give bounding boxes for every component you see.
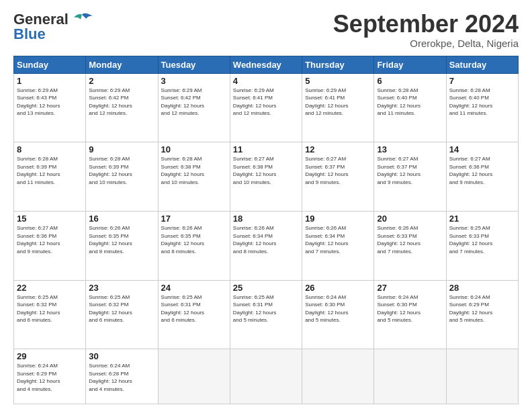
day-number: 7	[449, 76, 515, 86]
location: Orerokpe, Delta, Nigeria	[333, 38, 519, 49]
calendar-cell: 22Sunrise: 6:25 AMSunset: 6:32 PMDayligh…	[14, 280, 86, 349]
calendar-header-row: SundayMondayTuesdayWednesdayThursdayFrid…	[14, 56, 519, 73]
col-header-saturday: Saturday	[446, 56, 518, 73]
calendar-cell: 14Sunrise: 6:27 AMSunset: 6:36 PMDayligh…	[446, 142, 518, 212]
day-info: Sunrise: 6:26 AMSunset: 6:34 PMDaylight:…	[233, 224, 299, 255]
day-info: Sunrise: 6:27 AMSunset: 6:37 PMDaylight:…	[377, 155, 443, 186]
day-info: Sunrise: 6:29 AMSunset: 6:43 PMDaylight:…	[17, 87, 83, 118]
calendar-cell: 10Sunrise: 6:28 AMSunset: 6:38 PMDayligh…	[158, 142, 230, 212]
calendar-cell	[230, 349, 302, 404]
calendar-cell: 5Sunrise: 6:29 AMSunset: 6:41 PMDaylight…	[302, 73, 374, 142]
calendar-table: SundayMondayTuesdayWednesdayThursdayFrid…	[13, 56, 519, 404]
col-header-tuesday: Tuesday	[158, 56, 230, 73]
day-number: 13	[377, 144, 443, 154]
day-number: 22	[17, 283, 83, 293]
day-info: Sunrise: 6:28 AMSunset: 6:38 PMDaylight:…	[161, 155, 227, 186]
day-info: Sunrise: 6:26 AMSunset: 6:33 PMDaylight:…	[377, 224, 443, 255]
calendar-cell: 17Sunrise: 6:26 AMSunset: 6:35 PMDayligh…	[158, 211, 230, 280]
calendar-cell: 29Sunrise: 6:24 AMSunset: 6:29 PMDayligh…	[14, 349, 86, 404]
day-number: 10	[161, 144, 227, 154]
day-info: Sunrise: 6:28 AMSunset: 6:39 PMDaylight:…	[17, 155, 83, 186]
day-number: 19	[305, 214, 371, 224]
calendar-cell: 21Sunrise: 6:25 AMSunset: 6:33 PMDayligh…	[446, 211, 518, 280]
calendar-cell: 8Sunrise: 6:28 AMSunset: 6:39 PMDaylight…	[14, 142, 86, 212]
day-number: 27	[377, 283, 443, 293]
month-title: September 2024	[333, 11, 519, 38]
calendar-cell: 1Sunrise: 6:29 AMSunset: 6:43 PMDaylight…	[14, 73, 86, 142]
day-number: 26	[305, 283, 371, 293]
calendar-cell: 30Sunrise: 6:24 AMSunset: 6:28 PMDayligh…	[86, 349, 158, 404]
calendar-cell: 9Sunrise: 6:28 AMSunset: 6:39 PMDaylight…	[86, 142, 158, 212]
week-row-5: 29Sunrise: 6:24 AMSunset: 6:29 PMDayligh…	[14, 349, 519, 404]
calendar-cell: 16Sunrise: 6:26 AMSunset: 6:35 PMDayligh…	[86, 211, 158, 280]
day-info: Sunrise: 6:25 AMSunset: 6:33 PMDaylight:…	[449, 224, 515, 255]
day-number: 21	[449, 214, 515, 224]
logo-bird-icon	[70, 12, 94, 27]
calendar-cell: 4Sunrise: 6:29 AMSunset: 6:41 PMDaylight…	[230, 73, 302, 142]
calendar-cell	[302, 349, 374, 404]
day-info: Sunrise: 6:25 AMSunset: 6:31 PMDaylight:…	[161, 293, 227, 324]
day-number: 3	[161, 76, 227, 86]
day-number: 20	[377, 214, 443, 224]
calendar-cell: 15Sunrise: 6:27 AMSunset: 6:36 PMDayligh…	[14, 211, 86, 280]
day-info: Sunrise: 6:29 AMSunset: 6:41 PMDaylight:…	[305, 87, 371, 118]
day-info: Sunrise: 6:29 AMSunset: 6:41 PMDaylight:…	[233, 87, 299, 118]
day-info: Sunrise: 6:24 AMSunset: 6:28 PMDaylight:…	[89, 362, 154, 393]
col-header-friday: Friday	[374, 56, 446, 73]
day-info: Sunrise: 6:26 AMSunset: 6:35 PMDaylight:…	[161, 224, 227, 255]
day-info: Sunrise: 6:27 AMSunset: 6:36 PMDaylight:…	[449, 155, 515, 186]
calendar-cell: 25Sunrise: 6:25 AMSunset: 6:31 PMDayligh…	[230, 280, 302, 349]
day-number: 6	[377, 76, 443, 86]
day-number: 11	[233, 144, 299, 154]
calendar-cell	[446, 349, 518, 404]
day-info: Sunrise: 6:28 AMSunset: 6:40 PMDaylight:…	[449, 87, 515, 118]
day-info: Sunrise: 6:25 AMSunset: 6:32 PMDaylight:…	[89, 293, 154, 324]
page: General Blue September 2024 Orerokpe, De…	[0, 0, 532, 411]
day-number: 17	[161, 214, 227, 224]
calendar-cell	[158, 349, 230, 404]
day-info: Sunrise: 6:29 AMSunset: 6:42 PMDaylight:…	[89, 87, 154, 118]
day-number: 8	[17, 144, 83, 154]
calendar-cell: 19Sunrise: 6:26 AMSunset: 6:34 PMDayligh…	[302, 211, 374, 280]
day-info: Sunrise: 6:27 AMSunset: 6:38 PMDaylight:…	[233, 155, 299, 186]
day-number: 30	[89, 351, 154, 361]
day-info: Sunrise: 6:28 AMSunset: 6:40 PMDaylight:…	[377, 87, 443, 118]
col-header-wednesday: Wednesday	[230, 56, 302, 73]
day-number: 5	[305, 76, 371, 86]
day-info: Sunrise: 6:27 AMSunset: 6:37 PMDaylight:…	[305, 155, 371, 186]
calendar-cell: 2Sunrise: 6:29 AMSunset: 6:42 PMDaylight…	[86, 73, 158, 142]
week-row-1: 1Sunrise: 6:29 AMSunset: 6:43 PMDaylight…	[14, 73, 519, 142]
col-header-monday: Monday	[86, 56, 158, 73]
col-header-thursday: Thursday	[302, 56, 374, 73]
day-number: 2	[89, 76, 154, 86]
day-number: 24	[161, 283, 227, 293]
header: General Blue September 2024 Orerokpe, De…	[13, 11, 519, 49]
calendar-cell: 6Sunrise: 6:28 AMSunset: 6:40 PMDaylight…	[374, 73, 446, 142]
calendar-cell: 27Sunrise: 6:24 AMSunset: 6:30 PMDayligh…	[374, 280, 446, 349]
day-number: 1	[17, 76, 83, 86]
calendar-cell: 13Sunrise: 6:27 AMSunset: 6:37 PMDayligh…	[374, 142, 446, 212]
day-info: Sunrise: 6:25 AMSunset: 6:31 PMDaylight:…	[233, 293, 299, 324]
title-block: September 2024 Orerokpe, Delta, Nigeria	[333, 11, 519, 49]
day-info: Sunrise: 6:24 AMSunset: 6:30 PMDaylight:…	[377, 293, 443, 324]
calendar-cell: 20Sunrise: 6:26 AMSunset: 6:33 PMDayligh…	[374, 211, 446, 280]
calendar-cell: 24Sunrise: 6:25 AMSunset: 6:31 PMDayligh…	[158, 280, 230, 349]
week-row-2: 8Sunrise: 6:28 AMSunset: 6:39 PMDaylight…	[14, 142, 519, 212]
day-info: Sunrise: 6:25 AMSunset: 6:32 PMDaylight:…	[17, 293, 83, 324]
day-info: Sunrise: 6:29 AMSunset: 6:42 PMDaylight:…	[161, 87, 227, 118]
col-header-sunday: Sunday	[14, 56, 86, 73]
day-info: Sunrise: 6:26 AMSunset: 6:35 PMDaylight:…	[89, 224, 154, 255]
logo: General Blue	[13, 11, 94, 43]
week-row-3: 15Sunrise: 6:27 AMSunset: 6:36 PMDayligh…	[14, 211, 519, 280]
day-number: 23	[89, 283, 154, 293]
day-info: Sunrise: 6:24 AMSunset: 6:29 PMDaylight:…	[449, 293, 515, 324]
day-number: 25	[233, 283, 299, 293]
day-number: 16	[89, 214, 154, 224]
calendar-cell: 23Sunrise: 6:25 AMSunset: 6:32 PMDayligh…	[86, 280, 158, 349]
calendar-cell: 18Sunrise: 6:26 AMSunset: 6:34 PMDayligh…	[230, 211, 302, 280]
day-number: 15	[17, 214, 83, 224]
day-number: 9	[89, 144, 154, 154]
day-info: Sunrise: 6:28 AMSunset: 6:39 PMDaylight:…	[89, 155, 154, 186]
calendar-cell: 12Sunrise: 6:27 AMSunset: 6:37 PMDayligh…	[302, 142, 374, 212]
day-number: 29	[17, 351, 83, 361]
